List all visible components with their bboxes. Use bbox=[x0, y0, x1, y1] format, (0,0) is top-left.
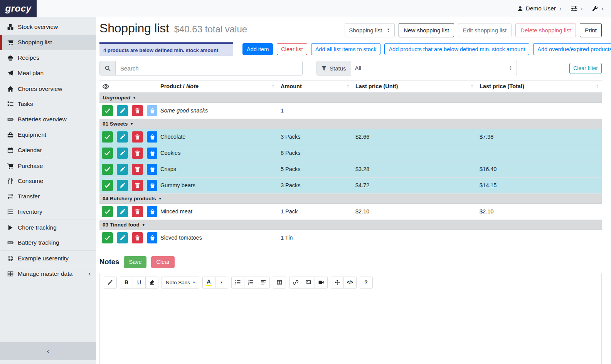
paragraph-style-button[interactable] bbox=[104, 277, 117, 289]
sidebar-item-battery-tracking[interactable]: Battery tracking › bbox=[0, 235, 96, 250]
add-overdue-button[interactable]: Add overdue/expired products bbox=[533, 43, 611, 55]
group-header-row[interactable]: 01 Sweets▾ bbox=[99, 119, 602, 129]
insert-picture-button[interactable] bbox=[302, 277, 315, 289]
clear-notes-button[interactable]: Clear bbox=[151, 256, 175, 268]
add-below-min-stock-button[interactable]: Add products that are below defined min.… bbox=[384, 43, 529, 55]
home-icon bbox=[7, 86, 14, 92]
sidebar-item-transfer[interactable]: Transfer › bbox=[0, 189, 96, 204]
sidebar-item-consume[interactable]: Consume › bbox=[0, 173, 96, 189]
sort-icon[interactable] bbox=[271, 84, 275, 88]
product-stock-button[interactable] bbox=[147, 148, 157, 159]
settings-menu[interactable]: › bbox=[571, 5, 583, 12]
delete-item-button[interactable] bbox=[132, 148, 143, 159]
delete-item-button[interactable] bbox=[132, 180, 143, 191]
clear-list-button[interactable]: Clear list bbox=[277, 43, 307, 55]
mark-done-button[interactable] bbox=[102, 206, 113, 217]
sidebar-item-stock-overview[interactable]: Stock overview › bbox=[0, 19, 96, 35]
fullscreen-button[interactable] bbox=[331, 277, 344, 289]
admin-menu[interactable]: › bbox=[592, 5, 603, 12]
sidebar-item-meal-plan[interactable]: Meal plan › bbox=[0, 65, 96, 81]
column-header-visibility[interactable] bbox=[99, 81, 157, 92]
sidebar-item-chore-tracking[interactable]: Chore tracking › bbox=[0, 220, 96, 235]
align-left-icon bbox=[261, 280, 266, 285]
min-stock-alert[interactable]: 4 products are below defined min. stock … bbox=[99, 42, 233, 56]
underline-button[interactable]: U bbox=[133, 277, 146, 289]
product-cell: Cookies bbox=[157, 145, 278, 161]
help-button[interactable]: ? bbox=[360, 277, 373, 289]
product-stock-button[interactable] bbox=[147, 105, 157, 116]
sidebar-item-calendar[interactable]: Calendar › bbox=[0, 143, 96, 158]
product-stock-button[interactable] bbox=[147, 164, 157, 175]
mark-done-button[interactable] bbox=[102, 164, 113, 175]
sort-icon[interactable] bbox=[346, 84, 350, 88]
delete-item-button[interactable] bbox=[132, 105, 143, 116]
user-menu[interactable]: Demo User › bbox=[517, 5, 561, 12]
insert-table-button[interactable] bbox=[273, 277, 286, 289]
product-stock-button[interactable] bbox=[147, 232, 157, 243]
sidebar-item-shopping-list[interactable]: Shopping list › bbox=[0, 35, 96, 50]
mark-done-button[interactable] bbox=[102, 148, 113, 159]
paragraph-align-button[interactable] bbox=[257, 277, 270, 289]
ordered-list-button[interactable]: 123 bbox=[244, 277, 257, 289]
delete-item-button[interactable] bbox=[132, 232, 143, 243]
product-stock-button[interactable] bbox=[147, 206, 157, 217]
edit-item-button[interactable] bbox=[117, 232, 128, 243]
column-header-amount[interactable]: Amount bbox=[278, 81, 352, 92]
delete-item-button[interactable] bbox=[132, 131, 143, 143]
group-header-row[interactable]: 04 Butchery products▾ bbox=[99, 193, 602, 203]
sidebar-item-batteries-overview[interactable]: Batteries overview › bbox=[0, 112, 96, 127]
sidebar-item-equipment[interactable]: Equipment › bbox=[0, 127, 96, 143]
edit-item-button[interactable] bbox=[117, 206, 128, 217]
insert-video-button[interactable] bbox=[315, 277, 328, 289]
delete-shopping-list-button[interactable]: Delete shopping list bbox=[515, 23, 576, 37]
mark-done-button[interactable] bbox=[102, 232, 113, 243]
edit-item-button[interactable] bbox=[117, 164, 128, 175]
bold-button[interactable]: B bbox=[120, 277, 133, 289]
mark-done-button[interactable] bbox=[102, 131, 113, 143]
font-color-button[interactable]: A bbox=[202, 277, 215, 289]
sidebar-item-recipes[interactable]: Recipes › bbox=[0, 50, 96, 65]
app-logo[interactable]: grocy bbox=[0, 0, 37, 17]
clear-filter-button[interactable]: Clear filter bbox=[569, 63, 602, 74]
shopping-list-selector[interactable]: Shopping list bbox=[345, 23, 395, 37]
edit-item-button[interactable] bbox=[117, 148, 128, 159]
sort-icon[interactable] bbox=[470, 84, 474, 88]
column-header-last-price-unit[interactable]: Last price (Unit) bbox=[352, 81, 476, 92]
unordered-list-button[interactable] bbox=[231, 277, 244, 289]
font-family-dropdown[interactable]: Noto Sans ▾ bbox=[162, 277, 199, 289]
status-filter-select[interactable]: All bbox=[351, 61, 517, 75]
delete-item-button[interactable] bbox=[132, 164, 143, 175]
insert-link-button[interactable] bbox=[289, 277, 302, 289]
add-all-to-stock-button[interactable]: Add all list items to stock bbox=[311, 43, 381, 55]
mark-done-button[interactable] bbox=[102, 105, 113, 116]
edit-item-button[interactable] bbox=[117, 105, 128, 116]
sidebar-collapse-button[interactable]: ‹ bbox=[0, 342, 96, 360]
edit-item-button[interactable] bbox=[117, 180, 128, 191]
delete-item-button[interactable] bbox=[132, 206, 143, 217]
add-item-button[interactable]: Add item bbox=[242, 43, 273, 55]
product-stock-button[interactable] bbox=[147, 131, 157, 143]
clear-formatting-button[interactable] bbox=[145, 277, 158, 289]
edit-shopping-list-button[interactable]: Edit shopping list bbox=[458, 23, 512, 37]
group-header-row[interactable]: 03 Tinned food▾ bbox=[99, 220, 602, 230]
column-header-product[interactable]: Product / Note bbox=[157, 81, 278, 92]
new-shopping-list-button[interactable]: New shopping list bbox=[399, 23, 454, 37]
mark-done-button[interactable] bbox=[102, 180, 113, 191]
print-button[interactable]: Print bbox=[580, 23, 602, 37]
edit-item-button[interactable] bbox=[117, 131, 128, 143]
group-header-row[interactable]: Ungrouped▾ bbox=[99, 92, 602, 103]
product-stock-button[interactable] bbox=[147, 180, 157, 191]
sidebar-item-manage-master-data[interactable]: Manage master data › bbox=[0, 266, 96, 281]
notes-edit-area[interactable] bbox=[100, 292, 601, 364]
column-header-last-price-total[interactable]: Last price (Total) bbox=[476, 81, 602, 92]
sidebar-item-inventory[interactable]: Inventory › bbox=[0, 204, 96, 220]
search-input[interactable] bbox=[116, 61, 303, 75]
sort-icon[interactable] bbox=[595, 84, 599, 88]
sidebar-item-example-userentity[interactable]: Example userentity › bbox=[0, 250, 96, 266]
code-view-button[interactable]: </> bbox=[343, 277, 357, 289]
sidebar-item-chores-overview[interactable]: Chores overview › bbox=[0, 81, 96, 96]
font-color-dropdown[interactable]: ▾ bbox=[215, 277, 228, 289]
sidebar-item-tasks[interactable]: Tasks › bbox=[0, 96, 96, 112]
save-notes-button[interactable]: Save bbox=[124, 256, 146, 268]
sidebar-item-purchase[interactable]: Purchase › bbox=[0, 158, 96, 173]
